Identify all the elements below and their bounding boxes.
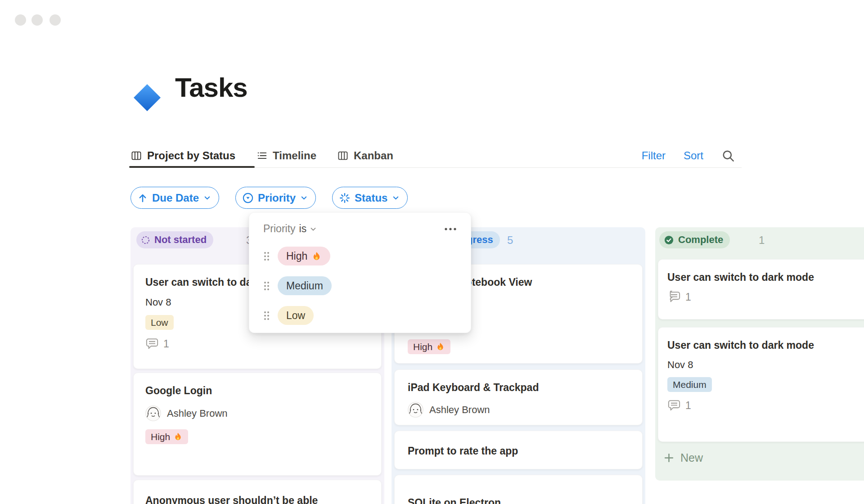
task-card[interactable]: Prompt to rate the app bbox=[394, 431, 643, 469]
task-card[interactable]: iPad Keyboard & Trackpad Ashley Brown bbox=[394, 369, 643, 425]
popover-field-label[interactable]: Priority bbox=[263, 223, 296, 235]
assignee-row: Ashley Brown bbox=[145, 405, 369, 421]
active-tab-underline bbox=[129, 166, 255, 168]
pill-label: Due Date bbox=[152, 192, 199, 204]
tab-project-by-status[interactable]: Project by Status bbox=[130, 149, 235, 162]
card-due-date: Nov 8 bbox=[667, 359, 864, 371]
check-circle-icon bbox=[664, 235, 674, 245]
priority-filter-popover: Priority is High bbox=[249, 212, 471, 333]
status-badge-complete[interactable]: Complete bbox=[659, 231, 730, 248]
card-title: Google Login bbox=[145, 384, 369, 397]
board-view-icon bbox=[337, 150, 349, 162]
task-card[interactable]: User can switch to dark mode Nov 8 Mediu… bbox=[658, 327, 864, 442]
chevron-down-icon bbox=[300, 194, 308, 202]
sort-button[interactable]: Sort bbox=[684, 149, 703, 162]
comment-count: 1 bbox=[667, 399, 864, 412]
window-control-dot[interactable] bbox=[32, 14, 43, 26]
fire-icon bbox=[173, 432, 183, 441]
option-label: Medium bbox=[286, 280, 323, 292]
tab-label: Kanban bbox=[354, 149, 393, 162]
status-badge-not-started[interactable]: Not started bbox=[136, 231, 213, 248]
priority-tag-high: High bbox=[145, 429, 188, 444]
window-control-dot[interactable] bbox=[15, 14, 26, 26]
assignee-row: Ashley Brown bbox=[408, 402, 630, 418]
magnifier-icon[interactable] bbox=[721, 149, 735, 163]
new-card-button[interactable]: New bbox=[655, 442, 864, 473]
comment-bubble-icon bbox=[145, 338, 159, 350]
avatar bbox=[145, 405, 161, 421]
ellipsis-icon[interactable] bbox=[444, 227, 457, 231]
tab-label: Timeline bbox=[273, 149, 316, 162]
chevron-down-icon bbox=[392, 194, 400, 202]
tag-label: High bbox=[151, 432, 170, 442]
tab-kanban[interactable]: Kanban bbox=[337, 149, 393, 162]
arrow-up-icon bbox=[137, 193, 148, 203]
priority-tag-medium: Medium bbox=[667, 377, 712, 392]
priority-tag-low: Low bbox=[145, 315, 174, 330]
comment-bubble-icon bbox=[667, 399, 681, 412]
comment-bubble-icon bbox=[667, 291, 681, 303]
tab-timeline[interactable]: Timeline bbox=[256, 149, 316, 162]
popover-operator-label[interactable]: is bbox=[299, 223, 307, 235]
card-title: User can switch to dark mode bbox=[667, 270, 864, 284]
column-count: 1 bbox=[759, 234, 765, 247]
drag-handle-icon[interactable] bbox=[263, 251, 270, 261]
priority-option-high[interactable]: High bbox=[263, 241, 457, 271]
drag-handle-icon[interactable] bbox=[263, 310, 270, 321]
pill-label: Status bbox=[355, 192, 387, 204]
blue-diamond-icon bbox=[132, 83, 162, 112]
priority-select-icon bbox=[242, 192, 254, 204]
app-window: Tasks Project by Status bbox=[0, 0, 864, 504]
view-tab-bar: Project by Status Timeline bbox=[130, 144, 742, 168]
tag-label: High bbox=[413, 342, 432, 352]
fire-icon bbox=[436, 342, 445, 351]
timeline-view-icon bbox=[256, 150, 268, 162]
priority-tag-high: High bbox=[408, 339, 450, 354]
window-control-dot[interactable] bbox=[50, 14, 61, 26]
card-title: Anonymous user shouldn’t be able bbox=[145, 494, 369, 504]
assignee-name: Ashley Brown bbox=[429, 404, 490, 416]
chevron-down-icon bbox=[203, 194, 212, 202]
column-count: 5 bbox=[507, 234, 513, 247]
page-title: Tasks bbox=[175, 72, 248, 103]
drag-handle-icon[interactable] bbox=[263, 281, 270, 291]
comment-count-value: 1 bbox=[685, 400, 691, 412]
tag-label: Medium bbox=[673, 379, 706, 390]
card-title: iPad Keyboard & Trackpad bbox=[408, 381, 630, 394]
comment-count-value: 1 bbox=[163, 338, 169, 350]
plus-icon bbox=[663, 452, 675, 464]
filter-pill-status[interactable]: Status bbox=[332, 187, 408, 209]
tag-label: Low bbox=[151, 317, 168, 328]
status-spinner-icon bbox=[339, 192, 351, 204]
new-card-label: New bbox=[680, 451, 703, 464]
option-label: Low bbox=[286, 310, 305, 322]
status-label: Not started bbox=[154, 234, 207, 246]
avatar bbox=[408, 402, 423, 418]
pill-label: Priority bbox=[258, 192, 296, 204]
comment-count: 1 bbox=[145, 338, 369, 350]
filter-button[interactable]: Filter bbox=[642, 149, 666, 162]
assignee-name: Ashley Brown bbox=[167, 408, 228, 419]
card-title: User can switch to dark mode bbox=[667, 338, 864, 352]
task-card[interactable]: Anonymous user shouldn’t be able bbox=[133, 480, 382, 504]
chevron-down-icon[interactable] bbox=[309, 225, 317, 233]
column-complete: Complete 1 User can switch to dark mode … bbox=[655, 227, 864, 481]
tab-label: Project by Status bbox=[147, 149, 235, 162]
priority-option-medium[interactable]: Medium bbox=[263, 271, 457, 301]
task-card[interactable]: User can switch to dark mode 1 bbox=[658, 259, 864, 320]
board-view-icon bbox=[130, 150, 142, 162]
card-title: SQLite on Electron bbox=[408, 496, 630, 504]
card-title: Prompt to rate the app bbox=[408, 444, 630, 458]
fire-icon bbox=[311, 251, 322, 261]
dashed-circle-icon bbox=[141, 235, 150, 245]
status-label: Complete bbox=[678, 234, 723, 246]
comment-count-value: 1 bbox=[685, 291, 691, 303]
comment-count: 1 bbox=[667, 291, 864, 303]
option-label: High bbox=[286, 250, 307, 262]
task-card[interactable]: SQLite on Electron bbox=[394, 475, 643, 504]
priority-option-low[interactable]: Low bbox=[263, 301, 457, 330]
task-card[interactable]: Google Login Ashley Brown High bbox=[133, 373, 382, 476]
filter-pill-priority[interactable]: Priority bbox=[235, 187, 316, 209]
filter-pill-due-date[interactable]: Due Date bbox=[130, 187, 219, 209]
